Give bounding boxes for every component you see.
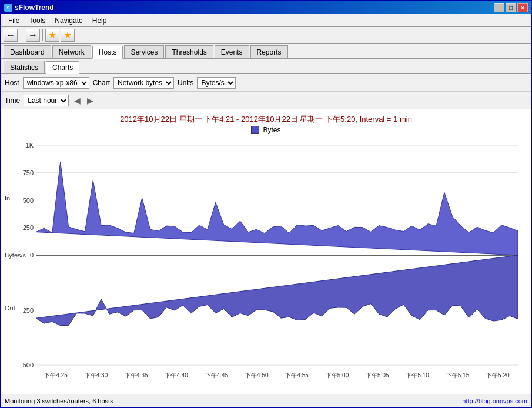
toolbar-separator [42, 29, 43, 41]
units-label: Units [178, 79, 193, 87]
app-icon: s [4, 4, 12, 12]
tab-hosts[interactable]: Hosts [92, 46, 123, 59]
title-bar-left: s sFlowTrend [4, 4, 54, 12]
prev-arrow[interactable]: ◀ [72, 96, 82, 105]
units-select[interactable]: Bytes/s [197, 77, 236, 89]
toolbar: ← → ★ ★ [1, 27, 531, 44]
menu-file[interactable]: File [4, 15, 24, 26]
tab-reports[interactable]: Reports [250, 45, 288, 58]
star2-icon: ★ [63, 29, 72, 41]
bookmark2-button[interactable]: ★ [61, 29, 75, 42]
chart-select[interactable]: Network bytes [113, 77, 174, 89]
window-controls: _ □ ✕ [494, 3, 528, 12]
menu-navigate[interactable]: Navigate [50, 15, 87, 26]
back-icon: ← [6, 30, 15, 41]
host-label: Host [5, 79, 19, 87]
status-text: Monitoring 3 switches/routers, 6 hosts [5, 397, 113, 404]
back-button[interactable]: ← [4, 29, 18, 42]
chart-legend: Bytes [4, 126, 528, 134]
menu-help[interactable]: Help [88, 15, 112, 26]
time-controls-bar: Time Last hour ◀ ▶ [1, 92, 531, 109]
tab-charts[interactable]: Charts [46, 61, 79, 74]
minimize-button[interactable]: _ [494, 3, 504, 12]
legend-color-box [251, 126, 259, 134]
forward-icon: → [28, 30, 38, 41]
window-title: sFlowTrend [15, 4, 54, 12]
tab-events[interactable]: Events [215, 45, 249, 58]
maximize-button[interactable]: □ [506, 3, 516, 12]
star1-icon: ★ [48, 29, 56, 41]
host-select[interactable]: windows-xp-x86 [23, 77, 89, 89]
tab-statistics[interactable]: Statistics [4, 61, 45, 73]
tab-network[interactable]: Network [52, 45, 91, 58]
tab-thresholds[interactable]: Thresholds [165, 45, 213, 58]
time-select[interactable]: Last hour [24, 95, 69, 106]
status-bar: Monitoring 3 switches/routers, 6 hosts h… [1, 394, 531, 407]
tab-services[interactable]: Services [124, 45, 164, 58]
title-bar: s sFlowTrend _ □ ✕ [1, 1, 531, 14]
chart-area: 2012年10月22日 星期一 下午4:21 - 2012年10月22日 星期一… [1, 109, 531, 394]
chart-label: Chart [93, 79, 110, 87]
close-button[interactable]: ✕ [517, 3, 528, 12]
next-arrow[interactable]: ▶ [85, 96, 95, 105]
sub-tabs: Statistics Charts [1, 59, 531, 74]
tab-dashboard[interactable]: Dashboard [4, 45, 51, 58]
controls-bar: Host windows-xp-x86 Chart Network bytes … [1, 74, 531, 92]
status-url: http://blog.onovps.com [462, 397, 527, 404]
main-window: s sFlowTrend _ □ ✕ File Tools Navigate H… [0, 0, 532, 408]
chart-title: 2012年10月22日 星期一 下午4:21 - 2012年10月22日 星期一… [4, 114, 528, 125]
legend-label: Bytes [263, 126, 280, 134]
main-tabs: Dashboard Network Hosts Services Thresho… [1, 44, 531, 59]
time-label: Time [5, 96, 20, 105]
chart-canvas [4, 136, 524, 386]
bookmark1-button[interactable]: ★ [45, 29, 59, 42]
menu-bar: File Tools Navigate Help [1, 14, 531, 27]
forward-button[interactable]: → [26, 29, 40, 42]
menu-tools[interactable]: Tools [24, 15, 50, 26]
